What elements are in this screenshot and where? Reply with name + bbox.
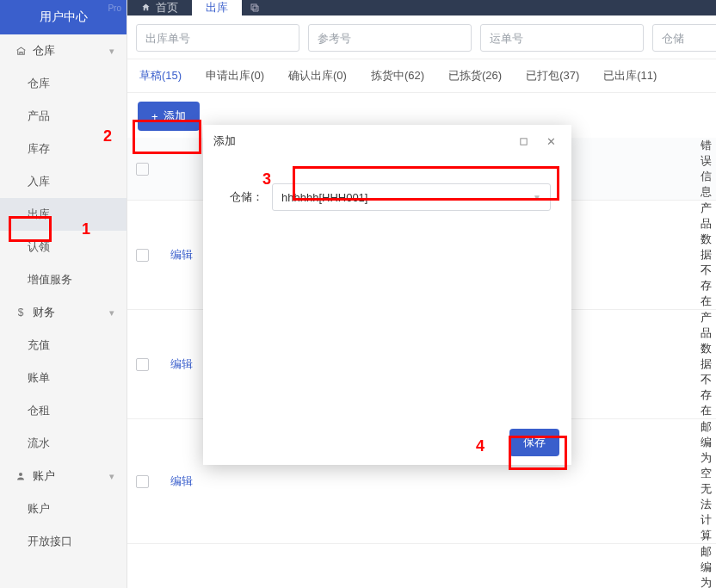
add-label: 添加 bbox=[164, 108, 186, 124]
row-checkbox[interactable] bbox=[136, 475, 149, 488]
tab-outbound[interactable]: 出库 bbox=[192, 0, 242, 15]
pro-badge: Pro bbox=[108, 3, 121, 13]
tab-home[interactable]: 首页 bbox=[127, 0, 192, 15]
detach-icon[interactable] bbox=[242, 0, 268, 15]
waybill-input[interactable] bbox=[480, 24, 644, 52]
sidebar-title: 用户中心 bbox=[40, 9, 88, 25]
nav-sub-open-api[interactable]: 开放接口 bbox=[0, 525, 127, 558]
dialog-footer: 保存 bbox=[203, 420, 571, 465]
top-tabs: 首页 出库 bbox=[127, 0, 716, 15]
nav-sub-warehouse[interactable]: 仓库 bbox=[0, 67, 127, 100]
nav-label: 财务 bbox=[33, 305, 55, 320]
status-tab-draft[interactable]: 草稿(15) bbox=[139, 68, 182, 84]
error-cell: 产品数据不存在 bbox=[692, 201, 716, 310]
nav-sub-flow[interactable]: 流水 bbox=[0, 427, 127, 460]
sidebar: 用户中心 Pro 仓库 仓库 产品 库存 入库 出库 认领 增值服务 $ 财务 … bbox=[0, 0, 127, 588]
bank-icon bbox=[14, 46, 28, 57]
error-cell: 邮编为空无法计算 bbox=[692, 544, 716, 589]
dialog-title: 添加 bbox=[213, 133, 506, 149]
caret-down-icon: ▼ bbox=[533, 193, 541, 202]
status-tab-shipped[interactable]: 已出库(11) bbox=[603, 68, 657, 84]
status-tab-picking[interactable]: 拣货中(62) bbox=[371, 68, 424, 84]
close-icon[interactable]: ✕ bbox=[540, 131, 561, 152]
row-checkbox[interactable] bbox=[136, 249, 149, 262]
nav-sub-rent[interactable]: 仓租 bbox=[0, 394, 127, 427]
order-no-input[interactable] bbox=[136, 24, 299, 52]
nav-sub-recharge[interactable]: 充值 bbox=[0, 329, 127, 362]
status-tab-confirm[interactable]: 确认出库(0) bbox=[288, 68, 347, 84]
status-tab-packed[interactable]: 已打包(37) bbox=[526, 68, 579, 84]
table-row: 编辑邮编为空无法计算 bbox=[127, 544, 716, 589]
ref-no-input[interactable] bbox=[308, 24, 472, 52]
header-error: 错误信息 bbox=[692, 138, 716, 201]
error-cell: 产品数据不存在 bbox=[692, 310, 716, 419]
storage-input[interactable] bbox=[652, 24, 716, 52]
user-icon bbox=[14, 471, 28, 481]
order-cell bbox=[244, 544, 485, 589]
nav-sub-inventory[interactable]: 库存 bbox=[0, 133, 127, 165]
dialog-body: 仓储： hhhhhh[HHH001] ▼ bbox=[203, 158, 571, 420]
status-tab-apply[interactable]: 申请出库(0) bbox=[206, 68, 264, 84]
dialog-header: 添加 ✕ bbox=[203, 125, 571, 158]
add-dialog: 添加 ✕ 仓储： hhhhhh[HHH001] ▼ 保存 bbox=[203, 125, 571, 465]
add-button[interactable]: + 添加 bbox=[138, 102, 200, 131]
edit-link[interactable]: 编辑 bbox=[170, 248, 193, 261]
nav-label: 仓库 bbox=[33, 43, 55, 59]
plus-icon: + bbox=[151, 110, 158, 123]
storage-select[interactable]: hhhhhh[HHH001] ▼ bbox=[272, 183, 551, 211]
nav-sub-vas[interactable]: 增值服务 bbox=[0, 263, 127, 296]
edit-link[interactable]: 编辑 bbox=[170, 474, 193, 487]
edit-link[interactable]: 编辑 bbox=[170, 357, 193, 370]
svg-rect-2 bbox=[520, 138, 526, 144]
home-icon bbox=[141, 3, 151, 14]
save-button[interactable]: 保存 bbox=[509, 429, 559, 456]
status-tabs: 草稿(15) 申请出库(0) 确认出库(0) 拣货中(62) 已拣货(26) 已… bbox=[127, 59, 716, 93]
nav-group-account[interactable]: 账户 bbox=[0, 460, 127, 492]
svg-rect-1 bbox=[251, 4, 256, 9]
nav-sub-product[interactable]: 产品 bbox=[0, 100, 127, 133]
header-checkbox[interactable] bbox=[136, 163, 149, 176]
nav-sub-bill[interactable]: 账单 bbox=[0, 362, 127, 394]
storage-label: 仓储： bbox=[224, 189, 263, 205]
filter-bar bbox=[127, 15, 716, 59]
storage-value: hhhhhh[HHH001] bbox=[281, 191, 367, 204]
nav-group-finance[interactable]: $ 财务 bbox=[0, 296, 127, 329]
nav-sub-account[interactable]: 账户 bbox=[0, 492, 127, 525]
sidebar-header: 用户中心 Pro bbox=[0, 0, 127, 34]
maximize-icon[interactable] bbox=[513, 131, 534, 152]
status-tab-picked[interactable]: 已拣货(26) bbox=[448, 68, 502, 84]
dollar-icon: $ bbox=[14, 306, 28, 319]
nav-sub-claim[interactable]: 认领 bbox=[0, 231, 127, 263]
nav-group-warehouse[interactable]: 仓库 bbox=[0, 34, 127, 67]
error-cell: 邮编为空无法计算 bbox=[692, 419, 716, 544]
nav-label: 账户 bbox=[33, 468, 55, 484]
row-checkbox[interactable] bbox=[136, 358, 149, 371]
svg-point-0 bbox=[19, 473, 22, 476]
nav-sub-inbound[interactable]: 入库 bbox=[0, 165, 127, 198]
nav-sub-outbound[interactable]: 出库 bbox=[0, 198, 127, 231]
